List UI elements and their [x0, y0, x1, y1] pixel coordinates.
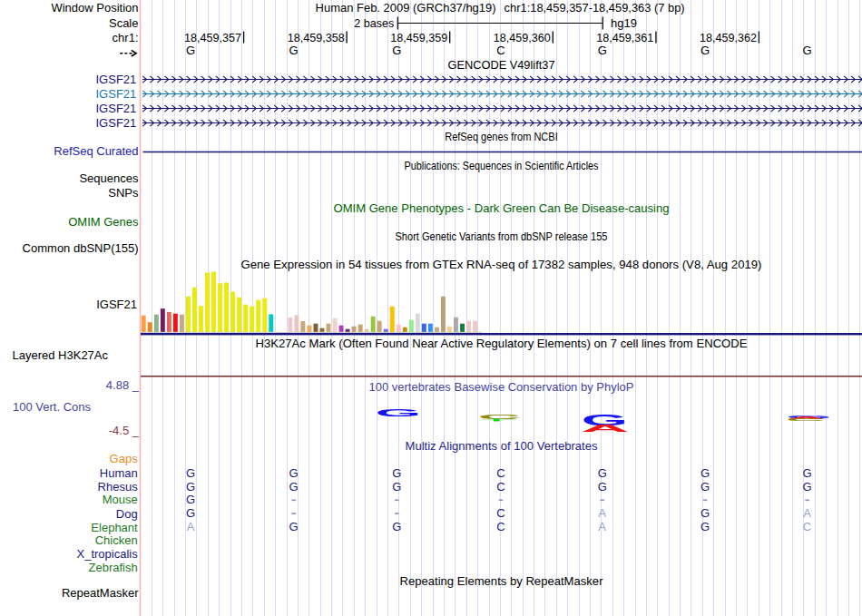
svg-text:100 Vert. Cons: 100 Vert. Cons: [13, 400, 91, 414]
svg-text:Short Genetic Variants from db: Short Genetic Variants from dbSNP releas…: [396, 230, 608, 243]
svg-text:100 vertebrates Basewise Conse: 100 vertebrates Basewise Conservation by…: [369, 380, 634, 394]
svg-text:hg19: hg19: [611, 16, 637, 30]
svg-text:G: G: [598, 44, 607, 57]
svg-text:18,459,357: 18,459,357: [184, 31, 241, 44]
svg-text:G: G: [392, 480, 401, 494]
svg-text:RefSeq genes from NCBI: RefSeq genes from NCBI: [445, 130, 558, 143]
svg-text:IGSF21: IGSF21: [96, 87, 137, 101]
svg-text:H3K27Ac Mark (Often Found Near: H3K27Ac Mark (Often Found Near Active Re…: [256, 337, 748, 350]
svg-text:Window Position: Window Position: [51, 1, 138, 15]
svg-text:A: A: [598, 520, 606, 533]
svg-text:18,459,358: 18,459,358: [288, 31, 345, 44]
svg-text:G: G: [700, 506, 710, 520]
svg-text:G: G: [186, 493, 195, 506]
svg-text:G: G: [598, 480, 607, 494]
svg-text:A: A: [581, 423, 629, 435]
svg-text:IGSF21: IGSF21: [96, 73, 137, 86]
svg-text:18,459,362: 18,459,362: [700, 31, 757, 44]
svg-text:G: G: [289, 480, 299, 494]
svg-text:18,459,361: 18,459,361: [596, 31, 653, 44]
svg-text:G: G: [289, 466, 299, 480]
svg-text:Publications: Sequences in Sci: Publications: Sequences in Scientific Ar…: [405, 159, 599, 172]
svg-text:OMIM Genes: OMIM Genes: [68, 215, 139, 229]
svg-text:-4.5 _: -4.5 _: [109, 424, 140, 437]
svg-text:Chicken: Chicken: [95, 533, 138, 547]
svg-text:C: C: [496, 44, 504, 57]
svg-text:G: G: [392, 44, 401, 57]
svg-text:G: G: [802, 480, 811, 494]
svg-text:Repeating Elements by RepeatMa: Repeating Elements by RepeatMasker: [400, 574, 604, 588]
svg-text:SNPs: SNPs: [108, 186, 139, 200]
svg-text:G: G: [289, 520, 299, 533]
svg-text:G: G: [700, 44, 710, 57]
svg-text:Rhesus: Rhesus: [98, 480, 139, 494]
svg-text:C: C: [803, 520, 811, 533]
svg-text:G: G: [392, 466, 401, 480]
svg-text:chr1:18,459,357-18,459,363 (7: chr1:18,459,357-18,459,363 (7 bp): [504, 1, 685, 15]
svg-text:Dog: Dog: [116, 507, 138, 521]
svg-text:Sequences: Sequences: [79, 171, 139, 185]
svg-text:G: G: [598, 466, 607, 480]
svg-text:G: G: [186, 506, 195, 520]
svg-text:C: C: [496, 480, 504, 494]
svg-text:G: G: [700, 480, 710, 494]
svg-text:GENCODE V49lift37: GENCODE V49lift37: [448, 58, 555, 72]
svg-text:RepeatMasker: RepeatMasker: [62, 586, 139, 600]
svg-text:G: G: [700, 466, 710, 480]
svg-text:G: G: [186, 466, 195, 480]
svg-text:C: C: [786, 418, 825, 421]
svg-text:18,459,359: 18,459,359: [390, 31, 447, 44]
svg-text:Zebrafish: Zebrafish: [88, 561, 137, 574]
svg-text:OMIM Gene Phenotypes - Dark Gr: OMIM Gene Phenotypes - Dark Green Can Be…: [334, 201, 670, 215]
svg-text:G: G: [802, 44, 811, 57]
svg-text:C: C: [496, 520, 504, 533]
svg-text:A: A: [803, 506, 811, 520]
svg-text:Human: Human: [100, 466, 138, 480]
svg-text:Layered H3K27Ac: Layered H3K27Ac: [13, 348, 109, 362]
svg-text:A: A: [598, 506, 606, 520]
svg-text:Gene Expression in 54 tissues: Gene Expression in 54 tissues from GTEx …: [241, 258, 762, 271]
svg-text:IGSF21: IGSF21: [96, 298, 137, 311]
svg-text:Scale: Scale: [109, 16, 139, 30]
svg-text:Mouse: Mouse: [103, 493, 138, 506]
svg-text:Common dbSNP(155): Common dbSNP(155): [23, 241, 139, 255]
svg-text:X_tropicalis: X_tropicalis: [76, 547, 138, 561]
svg-text:Multiz Alignments of 100 Verte: Multiz Alignments of 100 Vertebrates: [406, 439, 598, 453]
svg-text:G: G: [186, 44, 195, 57]
svg-text:Human Feb. 2009 (GRCh37/hg19): Human Feb. 2009 (GRCh37/hg19): [316, 1, 496, 15]
svg-text:A: A: [187, 520, 195, 533]
svg-text:G: G: [186, 480, 195, 494]
svg-text:Gaps: Gaps: [110, 452, 139, 465]
svg-text:G: G: [289, 44, 299, 57]
svg-text:G: G: [392, 520, 401, 533]
svg-text:RefSeq Curated: RefSeq Curated: [54, 144, 138, 158]
svg-text:G: G: [375, 406, 421, 418]
svg-text:C: C: [496, 466, 504, 480]
svg-text:4.88 _: 4.88 _: [106, 378, 140, 392]
svg-text:G: G: [802, 466, 811, 480]
svg-text:IGSF21: IGSF21: [96, 102, 137, 115]
svg-text:IGSF21: IGSF21: [96, 116, 137, 130]
svg-text:2 bases: 2 bases: [354, 16, 394, 30]
svg-text:18,459,360: 18,459,360: [494, 31, 551, 44]
svg-text:chr1:: chr1:: [113, 31, 139, 44]
svg-text:G: G: [700, 520, 710, 533]
svg-text:Elephant: Elephant: [91, 521, 138, 534]
svg-text:C: C: [496, 506, 504, 520]
